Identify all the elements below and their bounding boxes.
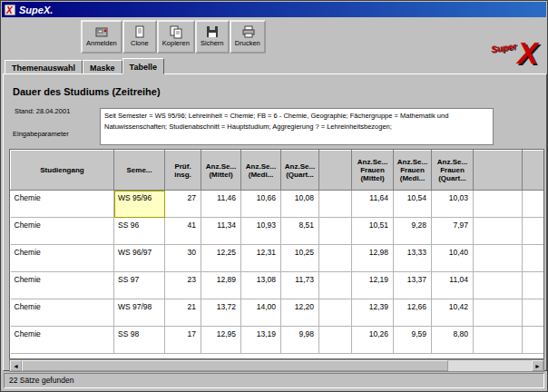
table-cell[interactable] [474,327,523,354]
table-cell[interactable]: 17 [165,327,201,354]
table-cell[interactable]: 27 [165,191,201,218]
table-cell[interactable]: WS 95/96 [114,191,165,218]
table-cell[interactable]: 10,54 [394,191,432,218]
table-cell[interactable]: 12,89 [201,272,241,299]
table-cell[interactable]: 11,73 [281,272,319,299]
table-cell[interactable]: WS 96/97 [114,245,165,272]
table-cell[interactable]: 13,33 [394,245,432,272]
table-cell[interactable]: SS 98 [114,327,165,354]
table-cell[interactable]: 10,40 [432,245,474,272]
table-cell[interactable]: 41 [165,218,201,245]
table-cell[interactable] [319,327,352,354]
column-header[interactable]: Anz.Se...Frauen(Quart... [432,151,474,191]
table-cell[interactable]: 11,04 [432,272,474,299]
table-cell[interactable]: 11,34 [201,218,241,245]
table-cell[interactable]: Chemie [11,245,114,272]
table-cell[interactable] [523,191,545,218]
table-row[interactable]: ChemieWS 96/973012,2512,3110,2512,9813,3… [11,245,545,272]
table-cell[interactable]: 10,26 [352,327,394,354]
table-cell[interactable]: 12,66 [394,299,432,327]
table-cell[interactable] [474,245,523,272]
table-cell[interactable]: SS 96 [114,218,165,245]
table-cell[interactable]: 23 [165,272,201,299]
scroll-left-button[interactable]: ◄ [10,360,22,371]
table-cell[interactable] [319,245,352,272]
table-cell[interactable]: 12,39 [352,299,394,327]
table-cell[interactable] [319,191,352,218]
table-cell[interactable]: 9,98 [281,327,319,354]
table-cell[interactable]: Chemie [11,272,114,299]
anmelden-button[interactable]: Anmelden [81,20,122,54]
column-header[interactable]: Anz.Se...(Mittel) [201,151,241,191]
table-cell[interactable]: Chemie [11,327,114,354]
table-cell[interactable] [474,218,523,245]
table-cell[interactable]: 12,98 [352,245,394,272]
table-cell[interactable] [474,299,523,327]
table-cell[interactable]: 21 [165,299,201,327]
table-cell[interactable]: 10,66 [241,191,281,218]
table-cell[interactable]: 10,93 [241,218,281,245]
table-cell[interactable] [523,299,545,327]
sichern-button[interactable]: Sichern [195,20,230,54]
table-cell[interactable]: 8,51 [281,218,319,245]
table-cell[interactable]: 11,46 [201,191,241,218]
table-cell[interactable] [319,272,352,299]
column-header[interactable]: Seme... [114,151,165,191]
table-row[interactable]: ChemieSS 964111,3410,938,5110,519,287,97 [11,218,545,245]
table-cell[interactable]: 8,80 [432,327,474,354]
column-header[interactable]: Anz.Se...(Quart... [281,151,319,191]
h-scrollbar[interactable]: ◄ ► [9,359,544,372]
column-header[interactable]: Anz.Se...Frauen(Medi... [394,151,432,191]
table-row[interactable]: ChemieSS 972312,8913,0811,7312,1913,3711… [11,272,545,299]
table-cell[interactable]: 9,28 [394,218,432,245]
table-cell[interactable]: 10,08 [281,191,319,218]
table-row[interactable]: ChemieWS 97/982113,7214,0012,2012,3912,6… [11,299,545,327]
table-cell[interactable]: 12,95 [201,327,241,354]
table-cell[interactable]: 13,08 [241,272,281,299]
column-header[interactable]: Studiengang [11,151,114,191]
table-cell[interactable]: 11,64 [352,191,394,218]
drucken-button[interactable]: Drucken [230,20,266,54]
tab-maske[interactable]: Maske [83,60,122,74]
column-header[interactable]: Anz.Se...(Medi... [241,151,281,191]
column-header[interactable] [474,151,523,191]
table-cell[interactable]: 10,25 [281,245,319,272]
table-cell[interactable]: 9,59 [394,327,432,354]
tab-themenauswahl[interactable]: Themenauswahl [5,60,83,74]
table-row[interactable]: ChemieSS 981712,9513,199,9810,269,598,80 [11,327,545,354]
table-row[interactable]: ChemieWS 95/962711,4610,6610,0811,6410,5… [11,191,545,218]
table-cell[interactable]: 13,19 [241,327,281,354]
scroll-track[interactable] [448,360,532,371]
table-cell[interactable]: 12,31 [241,245,281,272]
table-cell[interactable]: Chemie [11,218,114,245]
table-cell[interactable]: 7,97 [432,218,474,245]
table-cell[interactable]: 13,37 [394,272,432,299]
table-cell[interactable]: Chemie [11,299,114,327]
table-cell[interactable]: WS 97/98 [114,299,165,327]
table-cell[interactable] [523,218,545,245]
clone-button[interactable]: Clone [122,20,157,54]
table-cell[interactable] [523,327,545,354]
column-header[interactable]: AnzA(M [523,151,545,191]
table-cell[interactable]: 14,00 [241,299,281,327]
kopieren-button[interactable]: Kopieren [157,20,195,54]
tab-tabelle[interactable]: Tabelle [122,58,164,74]
table-cell[interactable]: 10,03 [432,191,474,218]
column-header[interactable]: Anz.Se...Frauen(Mittel) [352,151,394,191]
table-cell[interactable]: 12,19 [352,272,394,299]
table-cell[interactable]: 12,25 [201,245,241,272]
table-cell[interactable] [474,272,523,299]
column-header[interactable]: Prüf.insg. [165,151,201,191]
scroll-right-button[interactable]: ► [532,360,543,371]
scroll-thumb[interactable] [22,360,448,371]
table-cell[interactable] [319,299,352,327]
column-header[interactable] [319,151,352,191]
table-cell[interactable] [474,191,523,218]
table-cell[interactable]: 10,42 [432,299,474,327]
table-cell[interactable]: Chemie [11,191,114,218]
table-cell[interactable] [319,218,352,245]
table-cell[interactable]: 12,20 [281,299,319,327]
table-cell[interactable]: SS 97 [114,272,165,299]
table-cell[interactable] [523,245,545,272]
table-cell[interactable]: 10,51 [352,218,394,245]
